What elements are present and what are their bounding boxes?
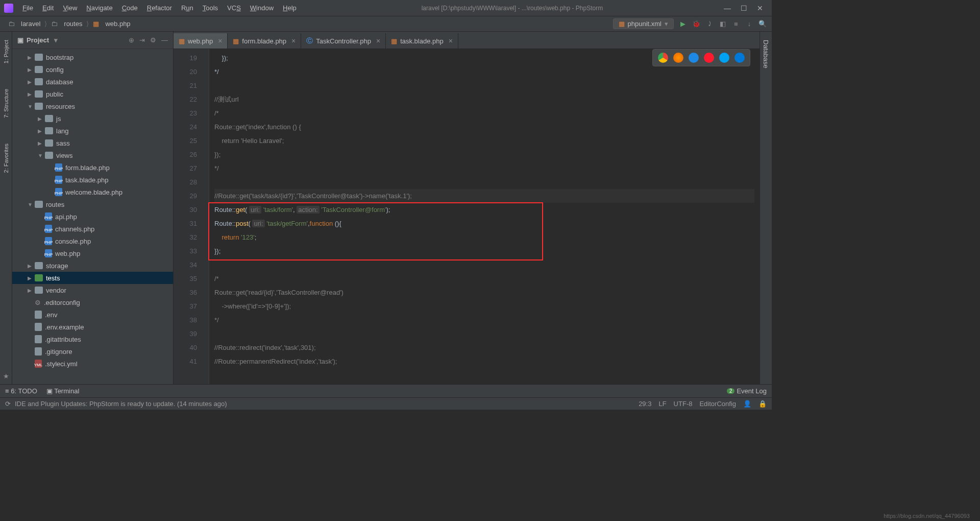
menu-help[interactable]: Help	[279, 2, 301, 14]
menu-run[interactable]: Run	[177, 2, 198, 14]
locate-file-button[interactable]: ⊕	[129, 36, 134, 44]
breadcrumb-0[interactable]: 🗀laravel	[5, 19, 43, 29]
tab-close-icon[interactable]: ×	[449, 37, 453, 45]
edge-icon[interactable]	[734, 53, 745, 63]
tree-item--gitignore[interactable]: .gitignore	[12, 345, 173, 358]
tree-item-vendor[interactable]: ▶vendor	[12, 284, 173, 296]
run-configuration-selector[interactable]: ▦phpunit.xml▾	[613, 18, 674, 29]
safari-icon[interactable]	[689, 53, 699, 63]
tree-item--env[interactable]: .env	[12, 309, 173, 321]
file-encoding[interactable]: UTF-8	[674, 400, 693, 408]
profiler-button[interactable]: ◧	[719, 20, 727, 28]
ie-icon[interactable]	[719, 53, 729, 63]
tree-item-database[interactable]: ▶database	[12, 76, 173, 88]
status-update-icon[interactable]: ⟳	[5, 400, 11, 408]
line-separator[interactable]: LF	[658, 400, 666, 408]
tab-TaskController-php[interactable]: ⒸTaskController.php×	[301, 33, 386, 49]
chrome-icon[interactable]	[658, 53, 668, 63]
menu-window[interactable]: Window	[246, 2, 278, 14]
caret-position[interactable]: 29:3	[639, 400, 651, 408]
event-log-button[interactable]: 2Event Log	[727, 387, 767, 395]
collapse-all-button[interactable]: ⇥	[139, 36, 145, 44]
menu-code[interactable]: Code	[118, 2, 142, 14]
tree-item-channels-php[interactable]: PHPchannels.php	[12, 223, 173, 235]
menu-file[interactable]: File	[18, 2, 37, 14]
tree-item-console-php[interactable]: PHPconsole.php	[12, 235, 173, 247]
fold-column[interactable]	[202, 49, 209, 384]
project-tree[interactable]: ▶bootstrap▶config▶database▶public▼resour…	[12, 49, 173, 384]
bottom-tool-bar: ≡ 6: TODO ▣ Terminal 2Event Log	[0, 384, 772, 397]
browser-preview-bar	[652, 49, 750, 66]
rail-tab-favorites[interactable]: 2: Favorites	[2, 138, 11, 178]
tree-item-welcome-blade-php[interactable]: PHPwelcome.blade.php	[12, 186, 173, 198]
menu-vcs[interactable]: VCS	[223, 2, 245, 14]
tab-close-icon[interactable]: ×	[291, 37, 296, 45]
panel-hide-button[interactable]: —	[161, 36, 168, 44]
tree-item--gitattributes[interactable]: .gitattributes	[12, 333, 173, 345]
menu-bar: FileEditViewNavigateCodeRefactorRunTools…	[0, 0, 772, 16]
rail-tab-database[interactable]: Database	[761, 35, 771, 74]
tree-item--styleci-yml[interactable]: YML.styleci.yml	[12, 358, 173, 370]
tree-item-public[interactable]: ▶public	[12, 88, 173, 100]
tool-todo[interactable]: ≡ 6: TODO	[5, 387, 37, 395]
tree-item-lang[interactable]: ▶lang	[12, 125, 173, 137]
maximize-button[interactable]: ☐	[740, 5, 747, 12]
minimize-button[interactable]: —	[724, 5, 731, 12]
close-button[interactable]: ✕	[756, 5, 764, 12]
menu-edit[interactable]: Edit	[38, 2, 58, 14]
line-gutter: 1920212223242526272829303132333435363738…	[174, 49, 202, 384]
code-editor[interactable]: 1920212223242526272829303132333435363738…	[174, 49, 760, 384]
opera-icon[interactable]	[704, 53, 714, 63]
lock-icon: 🔒	[758, 400, 767, 408]
update-button[interactable]: ↓	[745, 20, 753, 28]
tree-item-web-php[interactable]: PHPweb.php	[12, 247, 173, 259]
tree-item-task-blade-php[interactable]: PHPtask.blade.php	[12, 174, 173, 186]
tree-item-tests[interactable]: ▶tests	[12, 272, 173, 284]
breadcrumb-1[interactable]: 🗀routes	[48, 19, 85, 29]
debug-button[interactable]: 🐞	[692, 20, 700, 28]
tree-item-views[interactable]: ▼views	[12, 149, 173, 161]
tab-web-php[interactable]: ▦web.php×	[174, 33, 228, 49]
inspections-indicator[interactable]: 👤	[743, 400, 751, 408]
project-panel: ▣Project▾ ⊕ ⇥ ⚙ — ▶bootstrap▶config▶data…	[12, 32, 174, 384]
window-title: laravel [D:\phpstudy\WWW\laravel] - ...\…	[301, 5, 724, 12]
stop-button[interactable]: ■	[732, 20, 740, 28]
run-button[interactable]: ▶	[679, 20, 687, 28]
rail-tab-structure[interactable]: 7: Structure	[2, 84, 11, 123]
tab-close-icon[interactable]: ×	[218, 37, 222, 45]
navigation-bar: 🗀laravel⟩🗀routes⟩▦web.php ▦phpunit.xml▾ …	[0, 16, 772, 32]
tree-item-resources[interactable]: ▼resources	[12, 100, 173, 112]
status-bar: ⟳ IDE and Plugin Updates: PhpStorm is re…	[0, 397, 772, 410]
tree-item-js[interactable]: ▶js	[12, 112, 173, 125]
tab-form-blade-php[interactable]: ▦form.blade.php×	[228, 33, 301, 49]
breadcrumbs: 🗀laravel⟩🗀routes⟩▦web.php	[5, 19, 134, 29]
menu-tools[interactable]: Tools	[199, 2, 222, 14]
app-icon	[4, 4, 13, 13]
tree-item-config[interactable]: ▶config	[12, 63, 173, 76]
breadcrumb-2[interactable]: ▦web.php	[90, 19, 133, 29]
tree-item-api-php[interactable]: PHPapi.php	[12, 210, 173, 223]
tree-item--editorconfig[interactable]: ⚙.editorconfig	[12, 296, 173, 309]
tree-item-form-blade-php[interactable]: PHPform.blade.php	[12, 161, 173, 174]
tree-item-storage[interactable]: ▶storage	[12, 259, 173, 272]
panel-settings-button[interactable]: ⚙	[150, 36, 156, 44]
coverage-button[interactable]: ⤸	[705, 20, 714, 28]
favorites-icon[interactable]: ★	[3, 372, 9, 380]
right-tool-rail: Database	[760, 32, 772, 384]
menu-navigate[interactable]: Navigate	[82, 2, 116, 14]
menu-items: FileEditViewNavigateCodeRefactorRunTools…	[18, 2, 301, 14]
rail-tab-project[interactable]: 1: Project	[2, 35, 11, 68]
menu-refactor[interactable]: Refactor	[143, 2, 176, 14]
code-content[interactable]: });*///测试url/*Route::get('index',functio…	[209, 49, 760, 384]
editorconfig-indicator[interactable]: EditorConfig	[699, 400, 736, 408]
tab-task-blade-php[interactable]: ▦task.blade.php×	[386, 33, 458, 49]
tool-terminal[interactable]: ▣ Terminal	[46, 387, 80, 395]
tree-item--env-example[interactable]: .env.example	[12, 321, 173, 333]
firefox-icon[interactable]	[673, 53, 683, 63]
tree-item-routes[interactable]: ▼routes	[12, 198, 173, 210]
tab-close-icon[interactable]: ×	[376, 37, 380, 45]
tree-item-sass[interactable]: ▶sass	[12, 137, 173, 149]
search-everywhere-button[interactable]: 🔍	[758, 20, 767, 28]
tree-item-bootstrap[interactable]: ▶bootstrap	[12, 51, 173, 63]
menu-view[interactable]: View	[59, 2, 81, 14]
